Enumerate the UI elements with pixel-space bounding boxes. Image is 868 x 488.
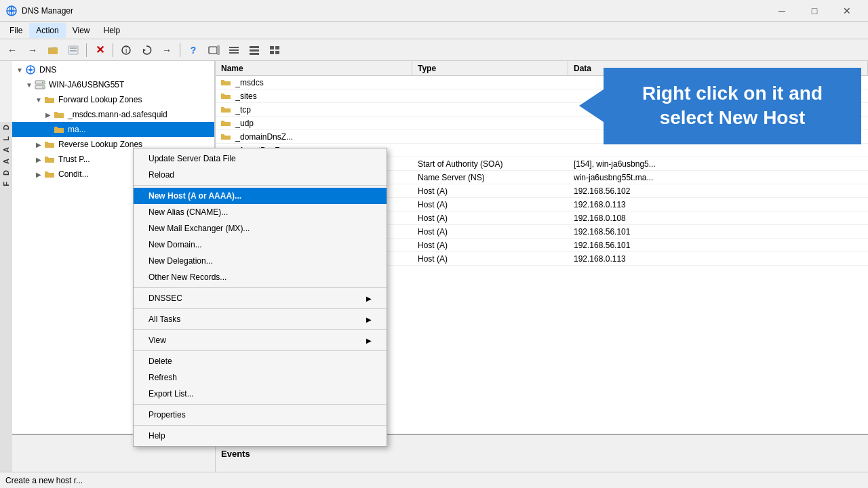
show-scope-button[interactable] [64,41,83,59]
svg-rect-12 [209,47,217,54]
callout-text: Right click on it and select New Host [642,83,823,128]
ctx-update-server[interactable]: Update Server Data File [134,150,387,167]
svg-point-4 [10,9,13,12]
record-name-msdcs: _msdcs [216,78,412,87]
expand-icon-conditional: ▶ [34,171,43,178]
folder-icon-conditional [43,168,56,180]
menu-help[interactable]: Help [97,23,127,38]
snap-button[interactable] [204,41,223,59]
side-letter-d2: D [2,170,10,176]
svg-rect-20 [270,46,274,49]
ctx-view[interactable]: View ▶ [134,332,387,348]
tree-item-server[interactable]: ▼ WIN-JA6USBNG55T [12,77,214,92]
folder-icon-msdcs [53,108,65,121]
tree-label-forward: Forward Lookup Zones [58,95,142,104]
ctx-new-mail[interactable]: New Mail Exchanger (MX)... [134,220,387,237]
ctx-all-tasks[interactable]: All Tasks ▶ [134,311,387,327]
ctx-sep-3 [134,308,387,309]
ctx-export-list[interactable]: Export List... [134,386,387,402]
window-controls: ─ □ ✕ [766,1,863,20]
side-letter-f: F [2,182,10,186]
folder-icon-mann [53,123,65,136]
status-bar: Create a new host r... [0,472,868,488]
record-name-udp: _udp [216,119,412,128]
tree-item-forward-zones[interactable]: ▼ Forward Lookup Zones [12,92,214,107]
expand-icon-server: ▼ [24,81,34,89]
svg-rect-16 [229,52,239,54]
svg-rect-18 [250,49,259,52]
tree-label-server: WIN-JA6USBNG55T [49,80,124,89]
menu-bar: File Action View Help [0,22,868,39]
folder-up-button[interactable] [43,41,62,59]
tree-label-mann: ma... [68,125,86,134]
maximize-button[interactable]: □ [799,1,830,20]
ctx-dnssec[interactable]: DNSSEC ▶ [134,290,387,306]
svg-text:i: i [125,47,127,54]
expand-icon-forward: ▼ [34,96,43,104]
status-text: Create a new host r... [5,476,83,485]
side-panel: D L A A D F [0,122,12,488]
col-header-type[interactable]: Type [412,61,568,75]
help-button[interactable]: ? [184,41,203,59]
ctx-new-host[interactable]: New Host (A or AAAA)... [134,188,387,204]
svg-rect-21 [275,46,279,49]
side-letter-d: D [2,125,10,130]
menu-action[interactable]: Action [29,23,65,38]
window-title: DNS Manager [22,6,766,16]
ctx-other-records[interactable]: Other New Records... [134,269,387,285]
minimize-button[interactable]: ─ [766,1,797,20]
folder-icon-reverse [43,138,56,150]
side-letter-l: L [2,136,10,141]
record-name-sites: _sites [216,92,412,101]
export-button[interactable]: → [157,41,176,59]
svg-rect-8 [70,50,77,52]
menu-file[interactable]: File [3,23,29,38]
svg-rect-13 [217,45,220,55]
detail-view-button[interactable] [245,41,264,59]
toolbar: ← → ✕ i → ? [0,39,868,61]
close-button[interactable]: ✕ [831,1,863,20]
properties-button[interactable]: i [117,41,136,59]
tree-item-mann-ad[interactable]: ma... [12,122,214,137]
events-label: Events [221,449,250,459]
col-header-name[interactable]: Name [216,61,412,75]
record-data-soa: [154], win-ja6usbng5... [568,159,868,169]
svg-rect-22 [270,51,274,54]
app-icon [5,5,18,17]
tree-item-msdcs[interactable]: ▶ _msdcs.mann-ad.safesquid [12,107,214,122]
folder-icon-forward [43,94,56,106]
svg-rect-7 [70,47,77,49]
record-name-tcp: _tcp [216,105,412,115]
svg-rect-15 [229,49,239,51]
menu-view[interactable]: View [66,23,97,38]
record-data-ns: win-ja6usbng55t.ma... [568,173,868,182]
record-type-ns: Name Server (NS) [412,173,568,182]
folder-icon-trust [43,153,56,165]
ctx-help[interactable]: Help [134,428,387,444]
ctx-new-alias[interactable]: New Alias (CNAME)... [134,204,387,220]
forward-button[interactable]: → [23,41,42,59]
tree-label-msdcs: _msdcs.mann-ad.safesquid [68,110,167,119]
ctx-delete[interactable]: Delete [134,353,387,369]
delete-button[interactable]: ✕ [90,41,109,59]
ctx-arrow-view: ▶ [366,337,372,344]
ctx-new-delegation[interactable]: New Delegation... [134,253,387,269]
tree-item-dns-root[interactable]: ▼ DNS [12,62,214,77]
extend-view-button[interactable] [265,41,284,59]
ctx-properties[interactable]: Properties [134,407,387,423]
list-view-button[interactable] [224,41,243,59]
ctx-sep-6 [134,404,387,405]
tree-label-dns: DNS [39,65,56,75]
ctx-sep-4 [134,329,387,330]
ctx-sep-1 [134,185,387,186]
ctx-refresh[interactable]: Refresh [134,369,387,386]
expand-icon-trust: ▶ [34,156,43,163]
refresh-button[interactable] [137,41,156,59]
side-letter-a1: A [2,147,10,152]
ctx-arrow-dnssec: ▶ [366,295,372,302]
svg-point-30 [42,82,43,83]
expand-icon-msdcs: ▶ [43,111,53,119]
ctx-reload[interactable]: Reload [134,167,387,183]
ctx-new-domain[interactable]: New Domain... [134,237,387,253]
back-button[interactable]: ← [3,41,22,59]
